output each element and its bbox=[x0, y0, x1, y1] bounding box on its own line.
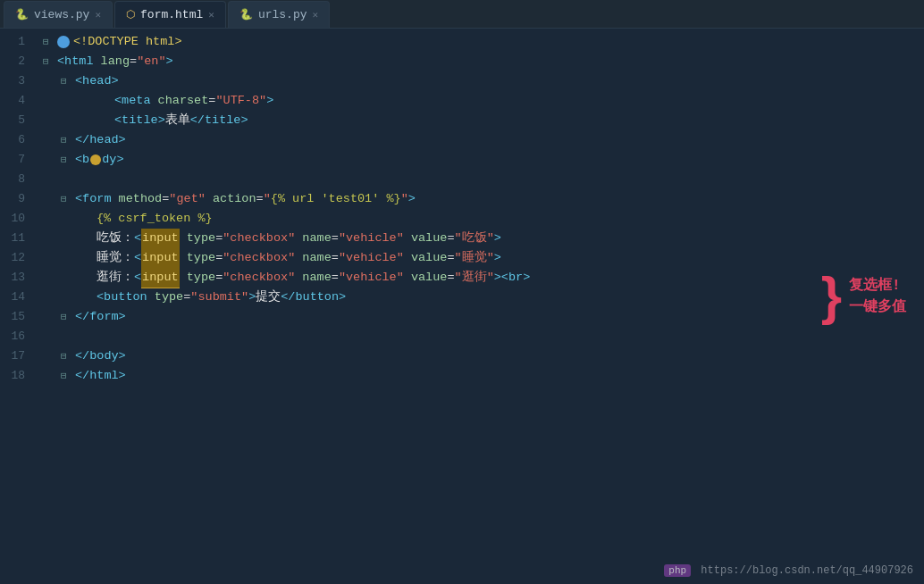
tab-views-py[interactable]: 🐍 views.py ✕ bbox=[4, 1, 113, 28]
code-line-13: 逛街： <input type="checkbox" name="vehicle… bbox=[43, 268, 924, 288]
collapse-2[interactable]: ⊟ bbox=[43, 52, 57, 71]
tab-views-close[interactable]: ✕ bbox=[95, 9, 101, 21]
code-line-5: <title>表单</title> bbox=[43, 111, 924, 130]
code-line-15: ⊟ </form> bbox=[43, 307, 924, 327]
line-num-14: 14 bbox=[0, 288, 36, 307]
python-icon: 🐍 bbox=[15, 8, 29, 21]
lang-attr: lang bbox=[94, 52, 130, 71]
input-highlight-12: input bbox=[141, 248, 180, 269]
line-num-5: 5 bbox=[0, 111, 36, 130]
doctype-tag: <!DOCTYPE html> bbox=[73, 32, 182, 52]
collapse-6[interactable]: ⊟ bbox=[61, 130, 75, 150]
line-num-2: 2 bbox=[0, 52, 36, 71]
annotation: } 复选框! 一键多值 bbox=[821, 270, 906, 323]
line-num-16: 16 bbox=[0, 327, 36, 346]
line-num-17: 17 bbox=[0, 346, 36, 366]
annotation-line1: 复选框! bbox=[849, 275, 906, 296]
code-line-17: ⊟ </body> bbox=[43, 346, 924, 366]
code-line-14: <button type="submit">提交</button> bbox=[43, 288, 924, 307]
tab-urls-label: urls.py bbox=[258, 8, 307, 21]
meta-tag: meta bbox=[122, 91, 150, 111]
line-num-4: 4 bbox=[0, 91, 36, 111]
line-num-8: 8 bbox=[0, 170, 36, 189]
html-close-bracket: > bbox=[166, 52, 173, 71]
code-line-7: ⊟ <bdy> bbox=[43, 150, 924, 170]
tab-form-label: form.html bbox=[140, 8, 203, 21]
code-line-6: ⊟ </head> bbox=[43, 130, 924, 150]
collapse-3[interactable]: ⊟ bbox=[61, 71, 75, 91]
code-line-9: ⊟ <form method="get" action="{% url 'tes… bbox=[43, 189, 924, 209]
line-num-13: 13 bbox=[0, 268, 36, 288]
line-num-11: 11 bbox=[0, 229, 36, 248]
line-num-18: 18 bbox=[0, 366, 36, 386]
collapse-15[interactable]: ⊟ bbox=[61, 307, 75, 327]
line-num-1: 1 bbox=[0, 32, 36, 52]
line-num-10: 10 bbox=[0, 209, 36, 229]
collapse-1[interactable]: ⊟ bbox=[43, 32, 57, 52]
collapse-9[interactable]: ⊟ bbox=[61, 189, 75, 209]
line-num-6: 6 bbox=[0, 130, 36, 150]
line-num-7: 7 bbox=[0, 150, 36, 170]
annotation-text: 复选框! 一键多值 bbox=[849, 275, 906, 318]
line-numbers: 1 2 3 4 5 6 7 8 9 10 11 12 13 14 15 16 1… bbox=[0, 29, 36, 584]
html-icon: ⬡ bbox=[126, 8, 135, 21]
html-tag: html bbox=[64, 52, 93, 71]
eq-1: = bbox=[130, 52, 137, 71]
code-line-2: ⊟ <html lang="en"> bbox=[43, 52, 924, 71]
title-tag: title bbox=[122, 111, 158, 130]
code-line-12: 睡觉： <input type="checkbox" name="vehicle… bbox=[43, 248, 924, 268]
code-line-1: ⊟ <!DOCTYPE html> bbox=[43, 32, 924, 52]
line-num-9: 9 bbox=[0, 189, 36, 209]
editor: 1 2 3 4 5 6 7 8 9 10 11 12 13 14 15 16 1… bbox=[0, 29, 924, 584]
tab-views-label: views.py bbox=[34, 8, 89, 21]
line-num-15: 15 bbox=[0, 307, 36, 327]
head-tag: head bbox=[82, 71, 111, 91]
py-dot-1 bbox=[57, 36, 70, 48]
tab-urls-close[interactable]: ✕ bbox=[313, 9, 319, 21]
code-line-11: 吃饭： <input type="checkbox" name="vehicle… bbox=[43, 229, 924, 248]
input-highlight-13: input bbox=[141, 268, 180, 288]
php-badge: php bbox=[664, 564, 691, 577]
code-line-3: ⊟ <head> bbox=[43, 71, 924, 91]
collapse-17[interactable]: ⊟ bbox=[61, 346, 75, 366]
code-editor[interactable]: ⊟ <!DOCTYPE html> ⊟ <html lang="en"> ⊟ <… bbox=[36, 29, 924, 584]
tab-form-html[interactable]: ⬡ form.html ✕ bbox=[114, 1, 226, 28]
html-open: < bbox=[57, 52, 64, 71]
lang-val: "en" bbox=[137, 52, 165, 71]
watermark: php https://blog.csdn.net/qq_44907926 bbox=[664, 564, 913, 577]
code-line-10: {% csrf_token %} bbox=[43, 209, 924, 229]
tab-bar: 🐍 views.py ✕ ⬡ form.html ✕ 🐍 urls.py ✕ bbox=[0, 0, 924, 29]
watermark-url: https://blog.csdn.net/qq_44907926 bbox=[701, 564, 913, 577]
tab-urls-py[interactable]: 🐍 urls.py ✕ bbox=[228, 1, 330, 28]
code-line-18: ⊟ </html> bbox=[43, 366, 924, 386]
annotation-brace: } bbox=[821, 270, 842, 323]
input-highlight-11: input bbox=[141, 229, 180, 249]
code-line-4: <meta charset="UTF-8"> bbox=[43, 91, 924, 111]
line-num-12: 12 bbox=[0, 248, 36, 268]
python-icon2: 🐍 bbox=[239, 8, 253, 21]
collapse-18[interactable]: ⊟ bbox=[61, 366, 75, 386]
annotation-line2: 一键多值 bbox=[849, 296, 906, 318]
line-num-3: 3 bbox=[0, 71, 36, 91]
code-line-16 bbox=[43, 327, 924, 346]
tab-form-close[interactable]: ✕ bbox=[208, 9, 214, 21]
collapse-7[interactable]: ⊟ bbox=[61, 150, 75, 170]
code-line-8 bbox=[43, 170, 924, 189]
